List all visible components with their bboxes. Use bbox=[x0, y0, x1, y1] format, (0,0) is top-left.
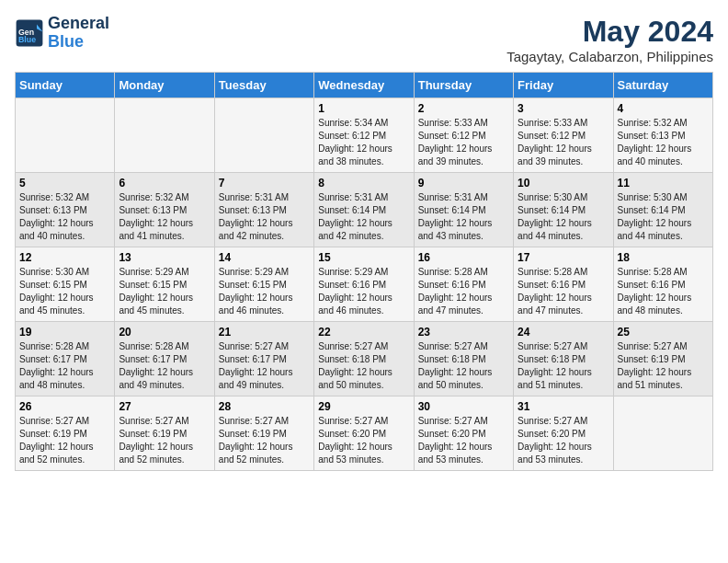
calendar-cell: 23Sunrise: 5:27 AM Sunset: 6:18 PM Dayli… bbox=[414, 322, 513, 396]
day-number: 1 bbox=[318, 102, 409, 115]
day-info: Sunrise: 5:29 AM Sunset: 6:15 PM Dayligh… bbox=[119, 266, 210, 317]
calendar-cell: 20Sunrise: 5:28 AM Sunset: 6:17 PM Dayli… bbox=[115, 322, 214, 396]
calendar-cell: 27Sunrise: 5:27 AM Sunset: 6:19 PM Dayli… bbox=[115, 396, 214, 471]
calendar-cell: 28Sunrise: 5:27 AM Sunset: 6:19 PM Dayli… bbox=[214, 396, 313, 471]
day-number: 13 bbox=[119, 251, 210, 264]
calendar-cell bbox=[115, 98, 214, 173]
day-info: Sunrise: 5:33 AM Sunset: 6:12 PM Dayligh… bbox=[518, 117, 609, 168]
day-number: 24 bbox=[518, 326, 609, 339]
day-info: Sunrise: 5:29 AM Sunset: 6:16 PM Dayligh… bbox=[318, 266, 409, 317]
calendar-cell: 15Sunrise: 5:29 AM Sunset: 6:16 PM Dayli… bbox=[314, 247, 414, 322]
day-number: 11 bbox=[618, 177, 709, 190]
day-number: 23 bbox=[418, 326, 509, 339]
title-block: May 2024 Tagaytay, Calabarzon, Philippin… bbox=[506, 15, 713, 64]
week-row-1: 1Sunrise: 5:34 AM Sunset: 6:12 PM Daylig… bbox=[16, 98, 713, 173]
calendar-cell: 3Sunrise: 5:33 AM Sunset: 6:12 PM Daylig… bbox=[514, 98, 613, 173]
day-number: 17 bbox=[518, 251, 609, 264]
day-info: Sunrise: 5:30 AM Sunset: 6:15 PM Dayligh… bbox=[19, 266, 110, 317]
day-info: Sunrise: 5:27 AM Sunset: 6:18 PM Dayligh… bbox=[518, 340, 609, 392]
day-info: Sunrise: 5:31 AM Sunset: 6:13 PM Dayligh… bbox=[219, 191, 310, 243]
week-row-2: 5Sunrise: 5:32 AM Sunset: 6:13 PM Daylig… bbox=[16, 173, 713, 247]
day-number: 5 bbox=[19, 177, 110, 190]
day-info: Sunrise: 5:30 AM Sunset: 6:14 PM Dayligh… bbox=[518, 191, 609, 243]
day-number: 25 bbox=[618, 326, 709, 339]
day-number: 2 bbox=[418, 102, 509, 115]
day-info: Sunrise: 5:30 AM Sunset: 6:14 PM Dayligh… bbox=[618, 191, 709, 243]
calendar-cell: 12Sunrise: 5:30 AM Sunset: 6:15 PM Dayli… bbox=[16, 247, 115, 322]
calendar-cell: 26Sunrise: 5:27 AM Sunset: 6:19 PM Dayli… bbox=[16, 396, 115, 471]
day-info: Sunrise: 5:27 AM Sunset: 6:20 PM Dayligh… bbox=[318, 415, 409, 466]
day-info: Sunrise: 5:27 AM Sunset: 6:20 PM Dayligh… bbox=[418, 415, 509, 466]
subtitle: Tagaytay, Calabarzon, Philippines bbox=[506, 49, 713, 64]
calendar-cell: 19Sunrise: 5:28 AM Sunset: 6:17 PM Dayli… bbox=[16, 322, 115, 396]
weekday-header-sunday: Sunday bbox=[16, 73, 115, 98]
day-info: Sunrise: 5:31 AM Sunset: 6:14 PM Dayligh… bbox=[418, 191, 509, 243]
weekday-header-tuesday: Tuesday bbox=[214, 73, 313, 98]
day-info: Sunrise: 5:33 AM Sunset: 6:12 PM Dayligh… bbox=[418, 117, 509, 168]
day-number: 31 bbox=[518, 400, 609, 413]
day-number: 20 bbox=[119, 326, 210, 339]
day-number: 14 bbox=[219, 251, 310, 264]
day-number: 18 bbox=[618, 251, 709, 264]
day-number: 16 bbox=[418, 251, 509, 264]
day-info: Sunrise: 5:28 AM Sunset: 6:16 PM Dayligh… bbox=[618, 266, 709, 317]
day-info: Sunrise: 5:27 AM Sunset: 6:17 PM Dayligh… bbox=[219, 340, 310, 392]
day-number: 22 bbox=[318, 326, 409, 339]
day-number: 4 bbox=[618, 102, 709, 115]
weekday-header-saturday: Saturday bbox=[613, 73, 712, 98]
week-row-3: 12Sunrise: 5:30 AM Sunset: 6:15 PM Dayli… bbox=[16, 247, 713, 322]
day-number: 27 bbox=[119, 400, 210, 413]
day-info: Sunrise: 5:31 AM Sunset: 6:14 PM Dayligh… bbox=[318, 191, 409, 243]
day-number: 30 bbox=[418, 400, 509, 413]
day-info: Sunrise: 5:27 AM Sunset: 6:18 PM Dayligh… bbox=[418, 340, 509, 392]
day-info: Sunrise: 5:32 AM Sunset: 6:13 PM Dayligh… bbox=[618, 117, 709, 168]
day-info: Sunrise: 5:32 AM Sunset: 6:13 PM Dayligh… bbox=[19, 191, 110, 243]
day-info: Sunrise: 5:28 AM Sunset: 6:16 PM Dayligh… bbox=[518, 266, 609, 317]
calendar-cell: 13Sunrise: 5:29 AM Sunset: 6:15 PM Dayli… bbox=[115, 247, 214, 322]
calendar-cell: 24Sunrise: 5:27 AM Sunset: 6:18 PM Dayli… bbox=[514, 322, 613, 396]
day-number: 9 bbox=[418, 177, 509, 190]
weekday-header-friday: Friday bbox=[514, 73, 613, 98]
calendar-cell: 18Sunrise: 5:28 AM Sunset: 6:16 PM Dayli… bbox=[613, 247, 712, 322]
calendar-cell: 7Sunrise: 5:31 AM Sunset: 6:13 PM Daylig… bbox=[214, 173, 313, 247]
day-number: 12 bbox=[19, 251, 110, 264]
day-info: Sunrise: 5:32 AM Sunset: 6:13 PM Dayligh… bbox=[119, 191, 210, 243]
week-row-4: 19Sunrise: 5:28 AM Sunset: 6:17 PM Dayli… bbox=[16, 322, 713, 396]
day-info: Sunrise: 5:27 AM Sunset: 6:19 PM Dayligh… bbox=[119, 415, 210, 466]
main-title: May 2024 bbox=[506, 15, 713, 49]
day-info: Sunrise: 5:27 AM Sunset: 6:20 PM Dayligh… bbox=[518, 415, 609, 466]
day-number: 7 bbox=[219, 177, 310, 190]
calendar-cell: 4Sunrise: 5:32 AM Sunset: 6:13 PM Daylig… bbox=[613, 98, 712, 173]
calendar-cell: 5Sunrise: 5:32 AM Sunset: 6:13 PM Daylig… bbox=[16, 173, 115, 247]
day-number: 15 bbox=[318, 251, 409, 264]
calendar-cell bbox=[214, 98, 313, 173]
day-info: Sunrise: 5:29 AM Sunset: 6:15 PM Dayligh… bbox=[219, 266, 310, 317]
weekday-header-wednesday: Wednesday bbox=[314, 73, 414, 98]
calendar-cell: 11Sunrise: 5:30 AM Sunset: 6:14 PM Dayli… bbox=[613, 173, 712, 247]
weekday-header-thursday: Thursday bbox=[414, 73, 513, 98]
calendar-cell: 29Sunrise: 5:27 AM Sunset: 6:20 PM Dayli… bbox=[314, 396, 414, 471]
svg-text:Blue: Blue bbox=[18, 35, 36, 44]
calendar-cell: 6Sunrise: 5:32 AM Sunset: 6:13 PM Daylig… bbox=[115, 173, 214, 247]
day-info: Sunrise: 5:27 AM Sunset: 6:19 PM Dayligh… bbox=[19, 415, 110, 466]
logo: Gen Blue GeneralBlue bbox=[15, 15, 109, 52]
day-info: Sunrise: 5:28 AM Sunset: 6:16 PM Dayligh… bbox=[418, 266, 509, 317]
calendar-cell: 30Sunrise: 5:27 AM Sunset: 6:20 PM Dayli… bbox=[414, 396, 513, 471]
calendar-cell: 31Sunrise: 5:27 AM Sunset: 6:20 PM Dayli… bbox=[514, 396, 613, 471]
week-row-5: 26Sunrise: 5:27 AM Sunset: 6:19 PM Dayli… bbox=[16, 396, 713, 471]
weekday-header-row: SundayMondayTuesdayWednesdayThursdayFrid… bbox=[16, 73, 713, 98]
calendar-cell: 17Sunrise: 5:28 AM Sunset: 6:16 PM Dayli… bbox=[514, 247, 613, 322]
weekday-header-monday: Monday bbox=[115, 73, 214, 98]
day-info: Sunrise: 5:27 AM Sunset: 6:18 PM Dayligh… bbox=[318, 340, 409, 392]
calendar-cell: 8Sunrise: 5:31 AM Sunset: 6:14 PM Daylig… bbox=[314, 173, 414, 247]
calendar-cell: 2Sunrise: 5:33 AM Sunset: 6:12 PM Daylig… bbox=[414, 98, 513, 173]
calendar-cell bbox=[613, 396, 712, 471]
day-info: Sunrise: 5:34 AM Sunset: 6:12 PM Dayligh… bbox=[318, 117, 409, 168]
day-number: 21 bbox=[219, 326, 310, 339]
calendar-cell: 9Sunrise: 5:31 AM Sunset: 6:14 PM Daylig… bbox=[414, 173, 513, 247]
logo-icon: Gen Blue bbox=[15, 18, 44, 48]
day-number: 3 bbox=[518, 102, 609, 115]
day-number: 29 bbox=[318, 400, 409, 413]
calendar-cell: 25Sunrise: 5:27 AM Sunset: 6:19 PM Dayli… bbox=[613, 322, 712, 396]
calendar-cell: 22Sunrise: 5:27 AM Sunset: 6:18 PM Dayli… bbox=[314, 322, 414, 396]
